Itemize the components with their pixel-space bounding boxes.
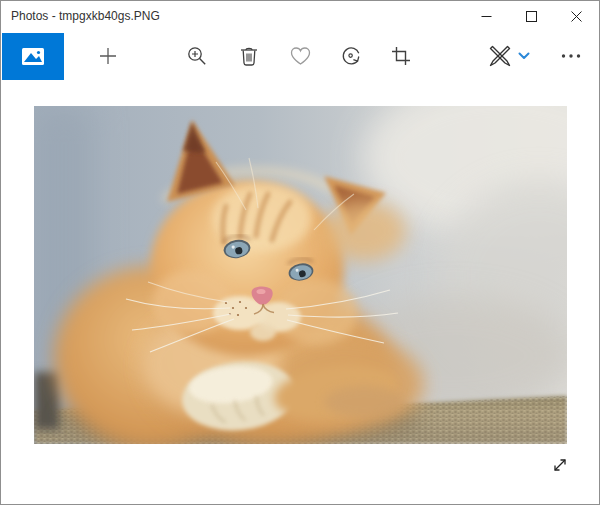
photos-app-window: Photos - tmpgxkb40gs.PNG bbox=[0, 0, 600, 505]
photos-app-icon bbox=[2, 33, 64, 80]
magnifier-plus-icon bbox=[187, 46, 207, 66]
rotate-button[interactable] bbox=[331, 32, 371, 80]
rotate-icon bbox=[341, 46, 362, 67]
crossed-pencils-icon bbox=[488, 44, 512, 68]
toolbar bbox=[1, 32, 599, 81]
resize-diagonal-icon bbox=[552, 457, 568, 473]
plus-icon bbox=[99, 47, 117, 65]
photo-canvas[interactable] bbox=[34, 106, 567, 444]
add-button[interactable] bbox=[88, 32, 128, 80]
window-controls bbox=[464, 1, 599, 32]
crop-button[interactable] bbox=[381, 32, 421, 80]
close-button[interactable] bbox=[554, 1, 599, 32]
favorite-button[interactable] bbox=[280, 32, 320, 80]
close-icon bbox=[571, 11, 582, 22]
trash-icon bbox=[240, 46, 258, 66]
zoom-button[interactable] bbox=[177, 32, 217, 80]
maximize-icon bbox=[526, 11, 537, 22]
minimize-button[interactable] bbox=[464, 1, 509, 32]
chevron-down-icon bbox=[518, 52, 530, 60]
photos-app-button[interactable] bbox=[2, 33, 64, 80]
edit-create-button[interactable] bbox=[480, 32, 538, 80]
heart-icon bbox=[290, 47, 311, 66]
titlebar: Photos - tmpgxkb40gs.PNG bbox=[1, 1, 599, 32]
window-title: Photos - tmpgxkb40gs.PNG bbox=[11, 1, 160, 32]
delete-button[interactable] bbox=[229, 32, 269, 80]
maximize-button[interactable] bbox=[509, 1, 554, 32]
minimize-icon bbox=[481, 11, 492, 22]
crop-icon bbox=[391, 46, 411, 66]
kitten-photo bbox=[34, 106, 567, 444]
fullscreen-button[interactable] bbox=[544, 449, 576, 481]
see-more-button[interactable] bbox=[551, 32, 591, 80]
ellipsis-icon bbox=[561, 53, 581, 59]
